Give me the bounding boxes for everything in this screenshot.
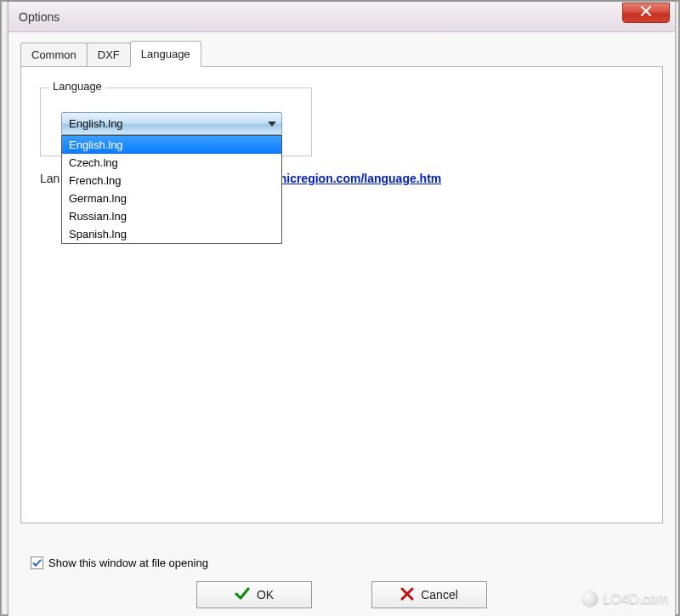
language-groupbox: Language English.lng English.lng Czech.l… — [40, 88, 312, 156]
language-combo-dropdown: English.lng Czech.lng French.lng German.… — [61, 135, 282, 244]
ok-check-icon — [235, 586, 250, 604]
options-dialog: Options Common DXF Language Language — [8, 2, 676, 616]
cancel-button-label: Cancel — [421, 588, 458, 602]
tab-dxf[interactable]: DXF — [87, 42, 131, 66]
combo-option[interactable]: English.lng — [62, 136, 281, 154]
cancel-x-icon — [400, 587, 414, 603]
combo-option[interactable]: Czech.lng — [62, 154, 281, 172]
ok-button-label: OK — [257, 588, 274, 602]
outer-frame: Options Common DXF Language Language — [0, 0, 680, 616]
groupbox-legend: Language — [49, 80, 105, 93]
check-icon — [32, 558, 42, 568]
link-prefix: Lan — [40, 172, 60, 185]
combo-option[interactable]: Russian.lng — [62, 207, 281, 225]
language-combo-value: English.lng — [69, 117, 123, 130]
language-combo: English.lng English.lng Czech.lng French… — [61, 112, 282, 135]
language-url-link[interactable]: aphicregion.com/language.htm — [265, 172, 441, 185]
show-window-checkbox[interactable] — [31, 557, 43, 569]
close-button[interactable] — [622, 3, 670, 23]
show-window-checkbox-row: Show this window at file opening — [31, 557, 208, 569]
content-area: Common DXF Language Language English.lng… — [8, 32, 675, 532]
window-title: Options — [19, 10, 60, 24]
tabstrip: Common DXF Language — [20, 41, 663, 66]
close-icon — [641, 6, 651, 19]
dialog-button-row: OK Cancel — [8, 581, 675, 608]
tab-common[interactable]: Common — [20, 42, 88, 66]
tab-panel-language: Language English.lng English.lng Czech.l… — [20, 66, 663, 523]
ok-button[interactable]: OK — [196, 581, 312, 608]
combo-option[interactable]: French.lng — [62, 172, 281, 189]
combo-option[interactable]: German.lng — [62, 189, 281, 207]
combo-option[interactable]: Spanish.lng — [62, 225, 281, 243]
titlebar: Options — [8, 2, 675, 32]
language-combo-field[interactable]: English.lng — [61, 112, 282, 135]
tab-language[interactable]: Language — [130, 41, 201, 67]
cancel-button[interactable]: Cancel — [371, 581, 487, 608]
chevron-down-icon — [268, 122, 276, 127]
show-window-checkbox-label: Show this window at file opening — [48, 557, 208, 569]
